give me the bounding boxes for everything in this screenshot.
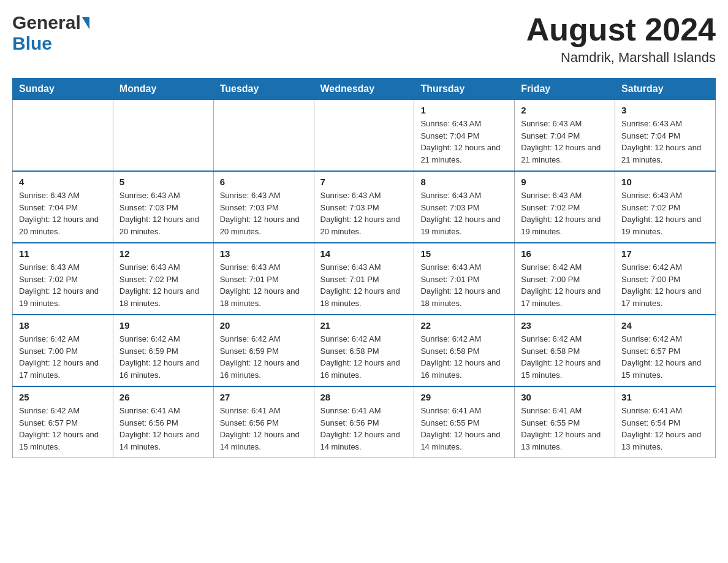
day-info: Sunrise: 6:43 AMSunset: 7:04 PMDaylight:… [521, 118, 609, 166]
day-info: Sunrise: 6:43 AMSunset: 7:03 PMDaylight:… [320, 190, 408, 237]
day-info: Sunrise: 6:43 AMSunset: 7:03 PMDaylight:… [220, 190, 308, 237]
table-row: 9Sunrise: 6:43 AMSunset: 7:02 PMDaylight… [515, 171, 615, 243]
day-info: Sunrise: 6:42 AMSunset: 6:58 PMDaylight:… [521, 333, 609, 381]
table-row: 3Sunrise: 6:43 AMSunset: 7:04 PMDaylight… [615, 100, 716, 172]
header-saturday: Saturday [615, 79, 716, 100]
day-info: Sunrise: 6:42 AMSunset: 6:59 PMDaylight:… [119, 333, 207, 381]
table-row: 22Sunrise: 6:42 AMSunset: 6:58 PMDayligh… [414, 315, 515, 386]
table-row: 30Sunrise: 6:41 AMSunset: 6:55 PMDayligh… [515, 386, 615, 458]
table-row: 27Sunrise: 6:41 AMSunset: 6:56 PMDayligh… [213, 386, 314, 458]
table-row: 26Sunrise: 6:41 AMSunset: 6:56 PMDayligh… [113, 386, 213, 458]
table-row: 14Sunrise: 6:43 AMSunset: 7:01 PMDayligh… [314, 243, 414, 315]
day-number: 28 [320, 392, 408, 402]
day-number: 30 [521, 392, 609, 402]
header-monday: Monday [113, 79, 213, 100]
location-title: Namdrik, Marshall Islands [526, 50, 716, 66]
table-row: 31Sunrise: 6:41 AMSunset: 6:54 PMDayligh… [615, 386, 716, 458]
day-number: 12 [119, 248, 207, 259]
day-number: 5 [119, 177, 207, 187]
day-number: 26 [119, 392, 207, 402]
day-number: 1 [420, 105, 508, 115]
day-number: 3 [621, 105, 709, 115]
day-info: Sunrise: 6:42 AMSunset: 6:59 PMDaylight:… [220, 333, 308, 381]
day-info: Sunrise: 6:43 AMSunset: 7:02 PMDaylight:… [19, 261, 107, 309]
day-number: 8 [420, 177, 508, 187]
logo: General Blue [12, 12, 89, 54]
table-row: 19Sunrise: 6:42 AMSunset: 6:59 PMDayligh… [113, 315, 213, 386]
day-number: 20 [220, 320, 308, 331]
logo-arrow-icon [82, 17, 89, 29]
table-row: 11Sunrise: 6:43 AMSunset: 7:02 PMDayligh… [13, 243, 113, 315]
day-number: 19 [119, 320, 207, 331]
calendar-week-row: 4Sunrise: 6:43 AMSunset: 7:04 PMDaylight… [13, 171, 716, 243]
calendar-header-row: Sunday Monday Tuesday Wednesday Thursday… [13, 79, 716, 100]
day-info: Sunrise: 6:43 AMSunset: 7:04 PMDaylight:… [420, 118, 508, 166]
table-row: 6Sunrise: 6:43 AMSunset: 7:03 PMDaylight… [213, 171, 314, 243]
day-number: 29 [420, 392, 508, 402]
table-row: 21Sunrise: 6:42 AMSunset: 6:58 PMDayligh… [314, 315, 414, 386]
day-info: Sunrise: 6:43 AMSunset: 7:02 PMDaylight:… [621, 190, 709, 237]
header-sunday: Sunday [13, 79, 113, 100]
calendar-week-row: 1Sunrise: 6:43 AMSunset: 7:04 PMDaylight… [13, 100, 716, 172]
day-number: 7 [320, 177, 408, 187]
day-info: Sunrise: 6:41 AMSunset: 6:55 PMDaylight:… [420, 405, 508, 453]
header-tuesday: Tuesday [213, 79, 314, 100]
day-info: Sunrise: 6:41 AMSunset: 6:56 PMDaylight:… [220, 405, 308, 453]
day-info: Sunrise: 6:43 AMSunset: 7:03 PMDaylight:… [420, 190, 508, 237]
day-info: Sunrise: 6:42 AMSunset: 6:57 PMDaylight:… [19, 405, 107, 453]
calendar-week-row: 11Sunrise: 6:43 AMSunset: 7:02 PMDayligh… [13, 243, 716, 315]
day-info: Sunrise: 6:42 AMSunset: 6:58 PMDaylight:… [320, 333, 408, 381]
table-row: 23Sunrise: 6:42 AMSunset: 6:58 PMDayligh… [515, 315, 615, 386]
day-number: 16 [521, 248, 609, 259]
calendar-week-row: 25Sunrise: 6:42 AMSunset: 6:57 PMDayligh… [13, 386, 716, 458]
day-info: Sunrise: 6:41 AMSunset: 6:56 PMDaylight:… [119, 405, 207, 453]
table-row: 17Sunrise: 6:42 AMSunset: 7:00 PMDayligh… [615, 243, 716, 315]
day-info: Sunrise: 6:43 AMSunset: 7:01 PMDaylight:… [420, 261, 508, 309]
calendar-table: Sunday Monday Tuesday Wednesday Thursday… [12, 78, 716, 458]
day-info: Sunrise: 6:42 AMSunset: 7:00 PMDaylight:… [19, 333, 107, 381]
header-friday: Friday [515, 79, 615, 100]
table-row [13, 100, 113, 172]
day-number: 6 [220, 177, 308, 187]
day-number: 11 [19, 248, 107, 259]
table-row: 20Sunrise: 6:42 AMSunset: 6:59 PMDayligh… [213, 315, 314, 386]
day-number: 9 [521, 177, 609, 187]
table-row: 12Sunrise: 6:43 AMSunset: 7:02 PMDayligh… [113, 243, 213, 315]
header-wednesday: Wednesday [314, 79, 414, 100]
table-row: 4Sunrise: 6:43 AMSunset: 7:04 PMDaylight… [13, 171, 113, 243]
table-row: 29Sunrise: 6:41 AMSunset: 6:55 PMDayligh… [414, 386, 515, 458]
table-row: 18Sunrise: 6:42 AMSunset: 7:00 PMDayligh… [13, 315, 113, 386]
table-row: 15Sunrise: 6:43 AMSunset: 7:01 PMDayligh… [414, 243, 515, 315]
table-row: 7Sunrise: 6:43 AMSunset: 7:03 PMDaylight… [314, 171, 414, 243]
day-number: 22 [420, 320, 508, 331]
day-number: 21 [320, 320, 408, 331]
day-info: Sunrise: 6:41 AMSunset: 6:54 PMDaylight:… [621, 405, 709, 453]
day-info: Sunrise: 6:43 AMSunset: 7:01 PMDaylight:… [220, 261, 308, 309]
title-block: August 2024 Namdrik, Marshall Islands [526, 12, 716, 66]
day-number: 13 [220, 248, 308, 259]
day-number: 2 [521, 105, 609, 115]
day-info: Sunrise: 6:42 AMSunset: 6:58 PMDaylight:… [420, 333, 508, 381]
table-row: 25Sunrise: 6:42 AMSunset: 6:57 PMDayligh… [13, 386, 113, 458]
table-row: 24Sunrise: 6:42 AMSunset: 6:57 PMDayligh… [615, 315, 716, 386]
day-number: 25 [19, 392, 107, 402]
table-row: 16Sunrise: 6:42 AMSunset: 7:00 PMDayligh… [515, 243, 615, 315]
day-info: Sunrise: 6:43 AMSunset: 7:03 PMDaylight:… [119, 190, 207, 237]
day-info: Sunrise: 6:41 AMSunset: 6:56 PMDaylight:… [320, 405, 408, 453]
day-number: 4 [19, 177, 107, 187]
table-row: 13Sunrise: 6:43 AMSunset: 7:01 PMDayligh… [213, 243, 314, 315]
day-info: Sunrise: 6:42 AMSunset: 7:00 PMDaylight:… [521, 261, 609, 309]
day-number: 18 [19, 320, 107, 331]
table-row: 10Sunrise: 6:43 AMSunset: 7:02 PMDayligh… [615, 171, 716, 243]
header-thursday: Thursday [414, 79, 515, 100]
table-row: 8Sunrise: 6:43 AMSunset: 7:03 PMDaylight… [414, 171, 515, 243]
page-header: General Blue August 2024 Namdrik, Marsha… [12, 12, 716, 66]
day-info: Sunrise: 6:41 AMSunset: 6:55 PMDaylight:… [521, 405, 609, 453]
day-number: 14 [320, 248, 408, 259]
table-row: 2Sunrise: 6:43 AMSunset: 7:04 PMDaylight… [515, 100, 615, 172]
table-row: 28Sunrise: 6:41 AMSunset: 6:56 PMDayligh… [314, 386, 414, 458]
day-info: Sunrise: 6:43 AMSunset: 7:04 PMDaylight:… [19, 190, 107, 237]
day-number: 10 [621, 177, 709, 187]
day-info: Sunrise: 6:43 AMSunset: 7:04 PMDaylight:… [621, 118, 709, 166]
day-number: 23 [521, 320, 609, 331]
